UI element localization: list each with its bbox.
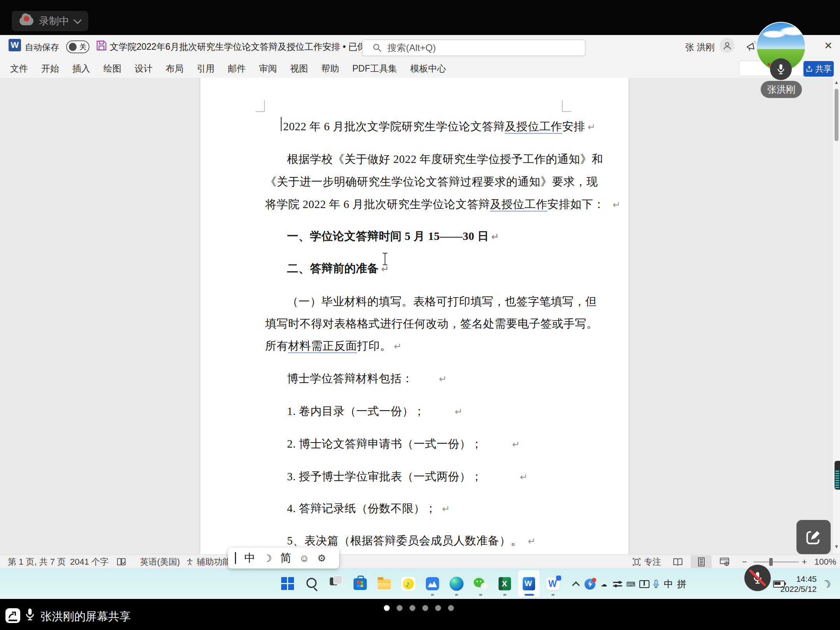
taskbar-app-excel[interactable] xyxy=(494,570,516,597)
tray-cloud-icon[interactable]: ☁ xyxy=(597,569,611,599)
taskbar-app-wechat[interactable] xyxy=(470,570,492,597)
document-text-line: 2022 年 6 月批次文学院研究生学位论文答辩及授位工作安排↵ xyxy=(283,119,595,135)
tab-插入[interactable]: 插入 xyxy=(72,63,90,75)
tab-帮助[interactable]: 帮助 xyxy=(321,63,339,75)
tray-overflow-chevron-icon[interactable] xyxy=(570,569,582,599)
close-button[interactable]: × xyxy=(820,37,837,54)
mute-microphone-button[interactable] xyxy=(744,565,771,591)
print-layout-button[interactable] xyxy=(691,555,712,568)
taskbar-app-qqmusic[interactable] xyxy=(397,570,419,597)
taskbar-app-word[interactable] xyxy=(518,570,540,597)
tab-PDF工具集[interactable]: PDF工具集 xyxy=(352,63,397,75)
zoom-out-button[interactable]: − xyxy=(742,555,747,569)
document-text-line: 一、学位论文答辩时间 5 月 15——30 日↵ xyxy=(287,229,499,244)
paragraph-mark-icon: ↵ xyxy=(512,439,520,450)
tab-视图[interactable]: 视图 xyxy=(290,63,308,75)
taskbar-app-edge[interactable] xyxy=(446,570,467,597)
document-text-line: 博士学位答辩材料包括：↵ xyxy=(287,371,447,387)
document-text-line: 所有材料需正反面打印。↵ xyxy=(265,338,402,354)
taskbar-app-search[interactable] xyxy=(301,570,323,597)
taskbar-app-start[interactable] xyxy=(277,570,299,597)
tab-文件[interactable]: 文件 xyxy=(10,63,28,75)
tray-ime-pinyin[interactable]: 拼 xyxy=(675,569,688,599)
paragraph-mark-icon: ↵ xyxy=(455,406,463,417)
web-layout-button[interactable] xyxy=(714,555,735,568)
paragraph-mark-icon: ↵ xyxy=(394,341,402,352)
paragraph-mark-icon: ↵ xyxy=(520,472,528,483)
proofing-status[interactable] xyxy=(117,555,126,569)
tab-开始[interactable]: 开始 xyxy=(41,63,59,75)
page-dot xyxy=(448,605,454,611)
tray-microphone-icon[interactable] xyxy=(650,569,662,599)
tray-settings-sliders-icon[interactable] xyxy=(611,569,624,599)
tray-keyboard-icon[interactable]: ⌨ xyxy=(624,569,638,599)
taskbar-app-taskview[interactable] xyxy=(325,570,347,597)
tab-设计[interactable]: 设计 xyxy=(135,63,152,75)
recording-indicator[interactable]: 录制中 xyxy=(12,11,88,31)
screen-share-bar: 张洪刚的屏幕共享 xyxy=(0,599,840,630)
recording-label: 录制中 xyxy=(39,14,69,28)
document-area: 2022 年 6 月批次文学院研究生学位论文答辩及授位工作安排↵根据学校《关于做… xyxy=(0,78,840,554)
document-text-line: 5、表决篇（根据答辩委员会成员人数准备）。↵ xyxy=(287,533,536,549)
language-status[interactable]: 英语(美国) xyxy=(140,555,180,569)
tray-focus-assist-moon-icon[interactable]: ☽ xyxy=(816,568,837,601)
document-text-line: 3. 授予博士学位审批表（一式两份）；↵ xyxy=(287,469,528,485)
word-count[interactable]: 2041 个字 xyxy=(70,555,108,569)
tab-审阅[interactable]: 审阅 xyxy=(259,63,277,75)
scrollbar-thumb[interactable] xyxy=(835,89,838,141)
page-dot xyxy=(435,605,441,611)
screen-share-icon xyxy=(5,608,20,623)
taskbar-app-mountain[interactable] xyxy=(422,570,443,597)
user-avatar[interactable] xyxy=(720,38,735,53)
document-page[interactable]: 2022 年 6 月批次文学院研究生学位论文答辩及授位工作安排↵根据学校《关于做… xyxy=(200,78,628,554)
ime-settings-gear-icon[interactable]: ⚙ xyxy=(317,553,326,564)
autosave-toggle[interactable]: 关 xyxy=(66,40,89,53)
paragraph-mark-icon: ↵ xyxy=(528,536,536,547)
tray-ime-mode[interactable]: 中 xyxy=(662,569,675,599)
focus-button[interactable]: 专注 xyxy=(632,555,661,569)
read-mode-button[interactable] xyxy=(667,555,688,568)
tray-window-split-icon[interactable] xyxy=(638,569,651,599)
save-icon[interactable] xyxy=(96,40,107,51)
paragraph-mark-icon: ↵ xyxy=(442,504,450,514)
screen: 录制中 W 自动保存 关 文学院2022年6月批次研究生学位论文答辩及授位工作安… xyxy=(0,0,840,630)
ime-emoji-icon[interactable]: ☺ xyxy=(299,553,309,564)
zoom-slider-thumb[interactable] xyxy=(769,558,773,566)
person-icon xyxy=(722,40,732,51)
taskbar-clock[interactable]: 14:45 2022/5/12 xyxy=(788,569,817,599)
tab-绘图[interactable]: 绘图 xyxy=(103,63,121,75)
taskbar: ☁ ⌨ 中 拼 14:45 2022/5/12 ☽ xyxy=(0,569,840,599)
search-input[interactable]: 搜索(Alt+Q) xyxy=(362,40,585,56)
ribbon-tabs: 文件开始插入绘图设计布局引用邮件审阅视图帮助PDF工具集模板中心 xyxy=(10,59,446,78)
camera-mic-overlay[interactable] xyxy=(770,58,792,80)
chevron-down-icon[interactable] xyxy=(74,16,82,24)
tab-布局[interactable]: 布局 xyxy=(166,63,184,75)
scroll-down-icon[interactable]: ▼ xyxy=(833,544,840,550)
annotation-pen-button[interactable] xyxy=(796,520,831,554)
ime-simplified[interactable]: 简 xyxy=(280,551,291,565)
word-icon xyxy=(521,576,537,592)
page-dots[interactable] xyxy=(384,605,454,611)
tray-app-lightning-icon[interactable] xyxy=(583,569,597,599)
tab-模板中心[interactable]: 模板中心 xyxy=(410,63,446,75)
zoom-level[interactable]: 100% xyxy=(814,555,836,569)
tab-邮件[interactable]: 邮件 xyxy=(228,63,246,75)
scroll-up-icon[interactable]: ▲ xyxy=(833,79,840,85)
zoom-in-button[interactable]: + xyxy=(802,555,807,569)
page-indicator[interactable]: 第 1 页, 共 7 页 xyxy=(8,555,66,569)
share-label: 共享 xyxy=(816,63,832,74)
document-text-line: 根据学校《关于做好 2022 年度研究生学位授予工作的通知》和 xyxy=(287,152,603,167)
share-button[interactable]: 共享 xyxy=(803,61,834,77)
excel-icon xyxy=(497,576,513,592)
status-bar: 第 1 页, 共 7 页 2041 个字 英语(美国) 辅助功能: - 专注 xyxy=(0,554,840,569)
mountain-icon xyxy=(425,576,440,592)
zoom-slider-track[interactable] xyxy=(754,562,799,562)
taskbar-app-wps[interactable] xyxy=(542,570,564,597)
taskview-icon xyxy=(328,576,344,592)
user-name[interactable]: 张 洪刚 xyxy=(685,41,714,53)
taskbar-app-explorer[interactable] xyxy=(373,570,395,597)
tab-引用[interactable]: 引用 xyxy=(197,63,215,75)
taskbar-app-store[interactable] xyxy=(349,570,371,597)
ime-moon-icon[interactable]: ☽ xyxy=(263,553,272,564)
ime-mode-chinese[interactable]: 中 xyxy=(244,551,255,565)
